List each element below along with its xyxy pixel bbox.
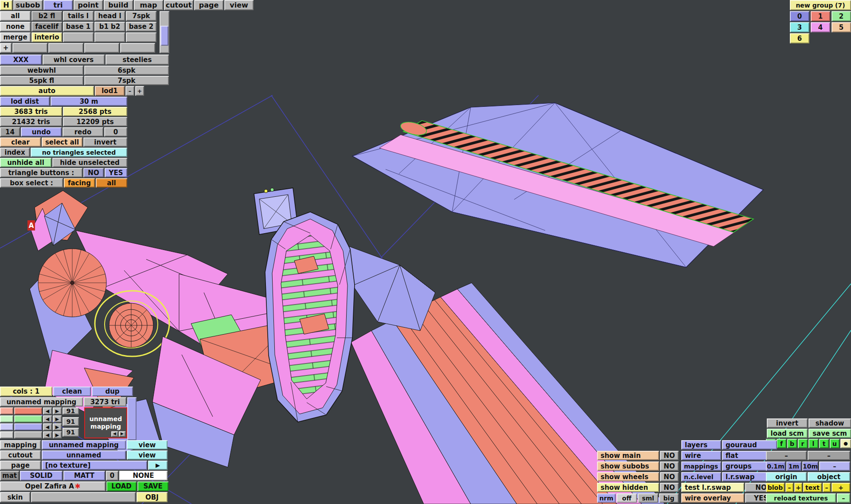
- group-1[interactable]: 1: [811, 11, 830, 21]
- axis-u-toggle[interactable]: u: [830, 439, 839, 448]
- lod-dist-value[interactable]: 30 m: [51, 97, 127, 106]
- mat-solid-button[interactable]: SOLID: [20, 471, 62, 481]
- menu-page[interactable]: page: [194, 0, 223, 10]
- select-all-button[interactable]: select all: [42, 137, 82, 147]
- mapping-value[interactable]: unnamed mapping: [42, 440, 126, 449]
- subob-base1[interactable]: base 1: [63, 22, 94, 31]
- cutout-value[interactable]: unnamed: [42, 450, 126, 460]
- color-swatch-2b[interactable]: [14, 415, 42, 422]
- color-value-2[interactable]: 91: [62, 417, 79, 426]
- gouraud-button[interactable]: gouraud: [722, 440, 777, 449]
- color-4-prev[interactable]: ◀: [43, 431, 52, 438]
- lod-plus-button[interactable]: +: [135, 86, 144, 96]
- tab-7spk-2[interactable]: 7spk: [84, 76, 169, 85]
- reload-textures-button[interactable]: reload textures: [766, 493, 836, 503]
- tab-webwhl[interactable]: webwhl: [0, 66, 83, 75]
- box-select-all[interactable]: all: [96, 178, 127, 188]
- color-swatch-2a[interactable]: [0, 415, 13, 422]
- subob-all[interactable]: all: [0, 11, 31, 21]
- tab-5spk-fl[interactable]: 5spk fl: [0, 76, 83, 85]
- unhide-all-button[interactable]: unhide all: [0, 158, 51, 167]
- blob-plus-button[interactable]: +: [794, 483, 802, 492]
- grid-1m-button[interactable]: 1m: [786, 461, 801, 471]
- mapping-name[interactable]: unnamed mapping: [0, 397, 83, 406]
- subob-scrollbar-thumb[interactable]: [160, 26, 168, 46]
- show-hidden-toggle[interactable]: NO: [660, 483, 679, 492]
- axis-l-toggle[interactable]: l: [808, 439, 818, 448]
- index-button[interactable]: index: [0, 148, 30, 157]
- text-plus-button[interactable]: +: [831, 483, 850, 492]
- nc-level-button[interactable]: n.c.level: [681, 472, 721, 481]
- mapping-view-button[interactable]: view: [127, 440, 168, 449]
- color-value-3[interactable]: 91: [62, 428, 79, 437]
- reload-textures-dash[interactable]: –: [837, 493, 850, 503]
- tab-steelies[interactable]: steelies: [105, 55, 169, 65]
- triangle-buttons-yes[interactable]: YES: [105, 168, 127, 177]
- axis-f-toggle[interactable]: f: [777, 439, 786, 448]
- axis-r-toggle[interactable]: r: [798, 439, 808, 448]
- text-minus-button[interactable]: –: [823, 483, 831, 492]
- menu-subob[interactable]: subob: [13, 0, 43, 10]
- tab-xxx[interactable]: XXX: [0, 55, 42, 65]
- layers-button[interactable]: layers: [681, 440, 721, 449]
- subob-b1b2[interactable]: b1 b2: [94, 22, 125, 31]
- color-swatch-3b[interactable]: [14, 423, 42, 430]
- grid-10m-button[interactable]: 10m: [802, 461, 818, 471]
- wire-button[interactable]: wire: [681, 451, 721, 460]
- color-value-1[interactable]: 91: [62, 407, 79, 414]
- mapping-next-button[interactable]: ▶: [119, 431, 125, 437]
- subob-tailsl[interactable]: tails l: [63, 11, 94, 21]
- color-2-prev[interactable]: ◀: [43, 415, 52, 422]
- dup-button[interactable]: dup: [92, 387, 133, 396]
- blob-button[interactable]: blob: [766, 483, 785, 492]
- color-swatch-3a[interactable]: [0, 423, 13, 430]
- invert-button[interactable]: invert: [767, 418, 808, 428]
- subob-b2fl[interactable]: b2 fl: [31, 11, 62, 21]
- subob-empty-1[interactable]: [63, 32, 94, 42]
- skin-button[interactable]: skin: [0, 492, 30, 502]
- mappings-button[interactable]: mappings: [681, 461, 721, 471]
- group-3[interactable]: 3: [790, 22, 809, 32]
- color-swatch-4a[interactable]: [0, 431, 13, 438]
- menu-build[interactable]: build: [104, 0, 133, 10]
- new-group-button[interactable]: new group (7): [790, 0, 851, 10]
- color-2-next[interactable]: ▶: [53, 415, 62, 422]
- subob-scrollbar[interactable]: [160, 11, 169, 53]
- dash-button-2[interactable]: –: [808, 451, 850, 460]
- subob-empty-6[interactable]: [84, 43, 119, 53]
- text-button[interactable]: text: [803, 483, 822, 492]
- mapping-prev-button[interactable]: ◀: [111, 431, 118, 437]
- color-swatch-4b[interactable]: [14, 431, 42, 438]
- nrm-big-button[interactable]: big: [659, 493, 679, 503]
- color-3-prev[interactable]: ◀: [43, 423, 52, 430]
- tab-6spk[interactable]: 6spk: [84, 66, 169, 75]
- wire-overlay-button[interactable]: wire overlay: [681, 493, 744, 503]
- group-0[interactable]: 0: [790, 11, 809, 21]
- dash-button-1[interactable]: –: [766, 451, 807, 460]
- lod-auto-button[interactable]: auto: [0, 86, 94, 96]
- menu-h[interactable]: H: [0, 0, 12, 10]
- object-button[interactable]: object: [808, 472, 850, 481]
- subob-empty-2[interactable]: [94, 32, 125, 42]
- shadow-button[interactable]: shadow: [808, 418, 851, 428]
- show-subobs-toggle[interactable]: NO: [660, 461, 679, 471]
- grid-01m-button[interactable]: 0.1m: [766, 461, 785, 471]
- show-main-toggle[interactable]: NO: [660, 451, 679, 460]
- blob-minus-button[interactable]: –: [785, 483, 793, 492]
- menu-cutout[interactable]: cutout: [164, 0, 193, 10]
- subob-add-button[interactable]: +: [0, 43, 12, 53]
- subob-merge[interactable]: merge: [0, 32, 31, 42]
- show-wheels-toggle[interactable]: NO: [660, 472, 679, 481]
- subob-base2[interactable]: base 2: [126, 22, 156, 31]
- triangle-buttons-no[interactable]: NO: [83, 168, 104, 177]
- subob-none[interactable]: none: [0, 22, 31, 31]
- mat-none-value[interactable]: NONE: [119, 471, 168, 481]
- subob-empty-5[interactable]: [48, 43, 83, 53]
- subob-facelif[interactable]: facelif: [31, 22, 62, 31]
- color-1-prev[interactable]: ◀: [43, 407, 52, 414]
- menu-point[interactable]: point: [74, 0, 103, 10]
- mapping-scrollbar[interactable]: [127, 397, 137, 440]
- mat-matt-button[interactable]: MATT: [63, 471, 105, 481]
- subob-headl[interactable]: head l: [94, 11, 125, 21]
- group-4[interactable]: 4: [811, 22, 830, 32]
